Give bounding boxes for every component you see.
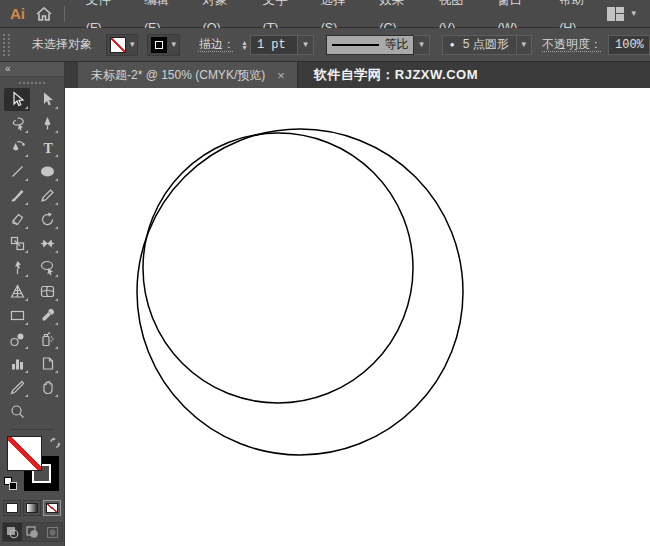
chevron-down-icon: ▾ bbox=[303, 40, 308, 49]
fill-swatch[interactable] bbox=[7, 436, 42, 471]
document-tab-bar: 未标题-2* @ 150% (CMYK/预览) × 软件自学网：RJZXW.CO… bbox=[65, 62, 650, 88]
width-tool[interactable] bbox=[34, 232, 60, 255]
brush-definition-dropdown[interactable]: ● 5 点圆形 bbox=[442, 35, 517, 55]
gradient-tool[interactable] bbox=[4, 304, 30, 327]
puppet-warp-tool[interactable] bbox=[4, 256, 30, 279]
chevron-down-icon: ▾ bbox=[522, 40, 527, 49]
stroke-black-swatch[interactable] bbox=[151, 37, 167, 53]
selection-tool[interactable] bbox=[4, 88, 30, 111]
slice-tool[interactable] bbox=[4, 376, 30, 399]
eraser-tool[interactable] bbox=[4, 208, 30, 231]
empty-tool-slot bbox=[34, 400, 60, 423]
chevron-down-icon[interactable]: ▾ bbox=[171, 40, 176, 49]
control-bar-grip[interactable] bbox=[3, 34, 10, 56]
opacity-label[interactable]: 不透明度： bbox=[542, 36, 602, 53]
gradient-button[interactable] bbox=[23, 500, 41, 516]
divider bbox=[64, 6, 65, 22]
home-button[interactable] bbox=[33, 0, 56, 28]
circle-shape[interactable] bbox=[137, 129, 463, 455]
zoom-tool[interactable] bbox=[4, 400, 30, 423]
profile-label: 等比 bbox=[384, 36, 408, 53]
control-bar: 未选择对象 ▾ ▾ 描边： ▲ ▼ 1 pt ▾ 等比 ▾ ● 5 点圆形 ▾ … bbox=[0, 28, 650, 62]
direct-selection-tool[interactable] bbox=[34, 88, 60, 111]
none-slash-icon bbox=[47, 504, 57, 512]
document-tab-title: 未标题-2* @ 150% (CMYK/预览) bbox=[91, 67, 265, 84]
artboard-area[interactable] bbox=[65, 88, 650, 546]
stroke-label[interactable]: 描边： bbox=[199, 36, 235, 53]
fill-type-buttons bbox=[3, 500, 61, 516]
workspace-switcher[interactable]: ▾ bbox=[607, 7, 650, 21]
artboard-canvas[interactable] bbox=[65, 88, 650, 546]
fill-color-control[interactable]: ▾ bbox=[106, 34, 139, 56]
none-slash-icon bbox=[8, 437, 41, 470]
close-tab-icon[interactable]: × bbox=[275, 68, 287, 83]
illustrator-window: Ai 文件(F) 编辑(E) 对象(O) 文字(T) 选择(S) 效果(C) 视… bbox=[0, 0, 650, 546]
pen-tool[interactable] bbox=[34, 112, 60, 135]
stroke-weight-field[interactable]: 1 pt bbox=[250, 35, 299, 55]
chevron-down-icon[interactable]: ▾ bbox=[130, 40, 135, 49]
paintbrush-tool[interactable] bbox=[4, 184, 30, 207]
color-button[interactable] bbox=[3, 500, 21, 516]
perspective-grid-tool[interactable] bbox=[4, 280, 30, 303]
uniform-line-icon bbox=[332, 44, 380, 46]
profile-dropdown-button[interactable]: ▾ bbox=[414, 35, 429, 55]
circle-shape[interactable] bbox=[143, 133, 413, 403]
artboard-tool[interactable] bbox=[34, 352, 60, 375]
shape-builder-tool[interactable] bbox=[34, 256, 60, 279]
stroke-weight-stepper[interactable]: ▲ ▼ bbox=[241, 35, 248, 55]
eyedropper-tool[interactable] bbox=[34, 304, 60, 327]
rotate-tool[interactable] bbox=[34, 208, 60, 231]
collapse-panel-button[interactable]: « bbox=[0, 62, 64, 77]
pencil-tool[interactable] bbox=[34, 184, 60, 207]
none-slash-icon bbox=[111, 38, 125, 52]
draw-normal-button[interactable] bbox=[3, 523, 22, 541]
home-icon bbox=[36, 7, 52, 21]
brush-dropdown-button[interactable]: ▾ bbox=[517, 35, 532, 55]
symbol-sprayer-tool[interactable] bbox=[34, 328, 60, 351]
chevron-down-icon: ▾ bbox=[419, 40, 424, 49]
curvature-tool[interactable] bbox=[4, 136, 30, 159]
stroke-color-control[interactable]: ▾ bbox=[147, 34, 180, 56]
none-button[interactable] bbox=[43, 500, 61, 516]
document-tab[interactable]: 未标题-2* @ 150% (CMYK/预览) × bbox=[78, 62, 298, 88]
menu-bar: Ai 文件(F) 编辑(E) 对象(O) 文字(T) 选择(S) 效果(C) 视… bbox=[0, 0, 650, 28]
line-segment-tool[interactable] bbox=[4, 160, 30, 183]
site-watermark: 软件自学网：RJZXW.COM bbox=[298, 62, 478, 88]
divider bbox=[10, 429, 54, 430]
blend-tool[interactable] bbox=[4, 328, 30, 351]
fill-none-swatch[interactable] bbox=[110, 37, 126, 53]
ellipse-tool[interactable] bbox=[34, 160, 60, 183]
mesh-tool[interactable] bbox=[34, 280, 60, 303]
draw-behind-button[interactable] bbox=[23, 523, 42, 541]
tools-panel: « T bbox=[0, 62, 65, 546]
stroke-weight-dropdown[interactable]: ▾ bbox=[298, 35, 313, 55]
lasso-tool[interactable] bbox=[4, 112, 30, 135]
default-fill-stroke-icon[interactable] bbox=[4, 477, 17, 490]
panel-drag-grip[interactable] bbox=[19, 82, 45, 84]
stroke-ring-icon bbox=[155, 41, 163, 49]
chevron-down-icon: ▾ bbox=[631, 9, 636, 18]
fill-stroke-indicator bbox=[1, 434, 63, 496]
brush-name: 5 点圆形 bbox=[463, 36, 509, 53]
opacity-field[interactable]: 100% bbox=[608, 35, 650, 55]
hand-tool[interactable] bbox=[34, 376, 60, 399]
swap-fill-stroke-icon[interactable] bbox=[49, 437, 61, 449]
svg-text:T: T bbox=[43, 141, 53, 156]
width-profile-dropdown[interactable]: 等比 bbox=[326, 35, 415, 55]
workspace-layout-icon bbox=[607, 7, 624, 21]
drawing-mode-buttons bbox=[2, 522, 63, 542]
draw-inside-button[interactable] bbox=[43, 523, 62, 541]
column-graph-tool[interactable] bbox=[4, 352, 30, 375]
type-tool[interactable]: T bbox=[34, 136, 60, 159]
brush-dot-icon: ● bbox=[450, 40, 455, 49]
selection-status: 未选择对象 bbox=[32, 36, 92, 53]
ai-logo: Ai bbox=[0, 5, 33, 22]
step-down-icon[interactable]: ▼ bbox=[241, 45, 248, 50]
scale-tool[interactable] bbox=[4, 232, 30, 255]
